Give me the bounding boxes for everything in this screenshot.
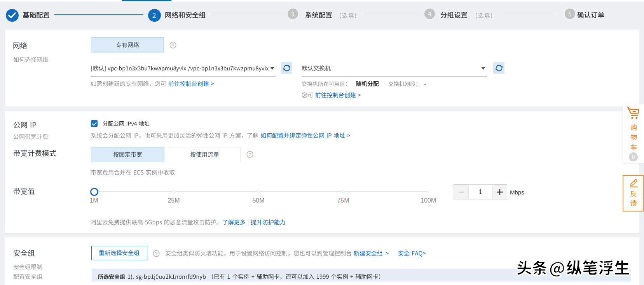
svg-text:?: ? xyxy=(155,251,157,256)
svg-text:?: ? xyxy=(172,43,175,48)
svg-text:?: ? xyxy=(249,152,251,157)
